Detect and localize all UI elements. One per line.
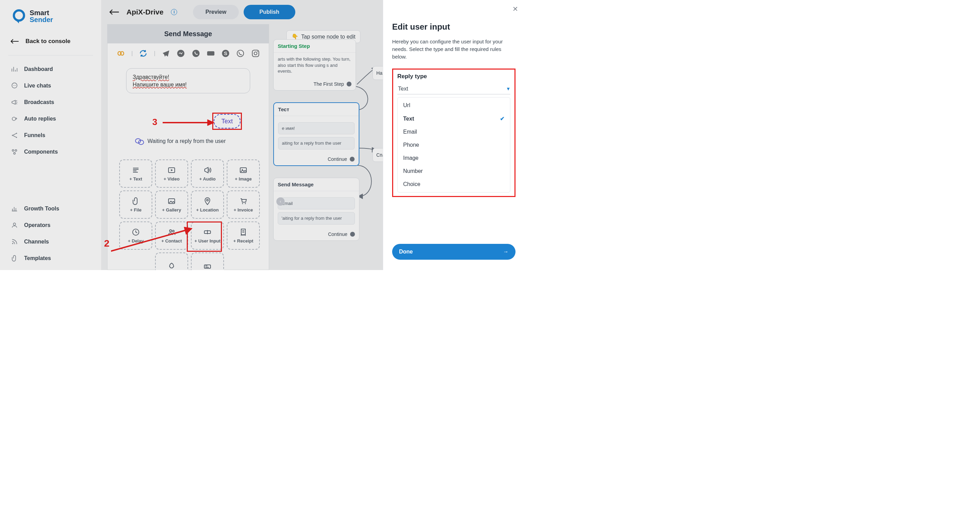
sidebar-item-growth[interactable]: Growth Tools bbox=[0, 200, 101, 217]
card-row: е имя! bbox=[278, 122, 355, 135]
msg-line2: Напишите ваше имя! bbox=[133, 82, 187, 87]
svg-text:S: S bbox=[224, 51, 228, 56]
receipt-icon bbox=[239, 228, 247, 236]
svg-point-9 bbox=[12, 149, 14, 151]
add-gallery-block[interactable]: + Gallery bbox=[155, 191, 188, 219]
option-url[interactable]: Url bbox=[398, 99, 510, 112]
add-file-block[interactable]: + File bbox=[119, 191, 152, 219]
svg-point-33 bbox=[245, 203, 246, 204]
brand-line1: Smart bbox=[30, 9, 53, 16]
card-foot: The First Step bbox=[313, 81, 344, 87]
operator-icon bbox=[11, 222, 18, 229]
whatsapp-icon[interactable] bbox=[236, 49, 245, 58]
refresh-icon[interactable] bbox=[139, 49, 148, 58]
flow-card-starting[interactable]: Starting Step arts with the following st… bbox=[273, 39, 356, 91]
chevron-left-icon[interactable]: ‹ bbox=[276, 197, 285, 206]
skype-icon[interactable]: S bbox=[221, 49, 230, 58]
textbox-icon bbox=[203, 262, 212, 270]
message-bubble[interactable]: Здравствуйте! Напишите ваше имя! bbox=[126, 68, 250, 93]
done-button[interactable]: Done → bbox=[392, 244, 515, 260]
connector-dot[interactable] bbox=[350, 232, 355, 237]
add-image-block[interactable]: + Image bbox=[227, 159, 260, 188]
svg-point-11 bbox=[14, 153, 16, 154]
svg-point-8 bbox=[16, 137, 17, 138]
add-location-block[interactable]: + Location bbox=[191, 191, 224, 219]
modules-icon bbox=[11, 148, 18, 155]
back-arrow-icon[interactable] bbox=[109, 9, 119, 15]
growth-icon bbox=[11, 205, 18, 212]
sidebar-item-funnels[interactable]: Funnels bbox=[0, 127, 101, 144]
viber-icon[interactable] bbox=[192, 49, 200, 58]
option-text[interactable]: Text✔ bbox=[398, 112, 510, 126]
svg-rect-39 bbox=[204, 265, 210, 268]
sidebar-item-livechats[interactable]: Live chats bbox=[0, 78, 101, 94]
option-email[interactable]: Email bbox=[398, 126, 510, 138]
svg-point-32 bbox=[242, 203, 243, 204]
card-header: Тест bbox=[274, 103, 359, 116]
annotation-2: 2 bbox=[104, 238, 110, 249]
svg-point-19 bbox=[237, 50, 244, 57]
close-panel-button[interactable]: ✕ bbox=[512, 5, 518, 13]
option-number[interactable]: Number bbox=[398, 165, 510, 178]
nav-secondary: Growth Tools Operators Channels Template… bbox=[0, 197, 101, 270]
svg-point-13 bbox=[12, 243, 13, 244]
nav-label: Operators bbox=[24, 222, 50, 228]
chat-icon bbox=[11, 82, 18, 89]
card-row: 'aiting for a reply from the user bbox=[278, 212, 355, 224]
vk-icon[interactable] bbox=[207, 49, 215, 58]
flow-card-test[interactable]: Тест е имя! aiting for a reply from the … bbox=[273, 102, 360, 166]
brand-icon bbox=[12, 9, 26, 24]
sidebar-item-components[interactable]: Components bbox=[0, 144, 101, 160]
clip-icon bbox=[132, 197, 140, 205]
instagram-icon[interactable] bbox=[251, 49, 260, 58]
add-invoice-block[interactable]: + Invoice bbox=[227, 191, 260, 219]
connector-dot[interactable] bbox=[350, 157, 355, 162]
option-image[interactable]: Image bbox=[398, 151, 510, 165]
preview-button[interactable]: Preview bbox=[193, 5, 239, 19]
reply-type-block: Reply type Text ▾ Url Text✔ Email Phone … bbox=[392, 68, 515, 197]
add-audio-block[interactable]: + Audio bbox=[191, 159, 224, 188]
reply-type-select[interactable]: Text ▾ bbox=[397, 83, 510, 94]
publish-button[interactable]: Publish bbox=[243, 5, 295, 19]
annotation-3: 3 bbox=[152, 117, 157, 127]
add-receipt-block[interactable]: + Receipt bbox=[227, 221, 260, 250]
messenger-icon[interactable] bbox=[177, 49, 185, 58]
info-icon[interactable]: i bbox=[171, 9, 177, 15]
nav-label: Channels bbox=[24, 239, 49, 245]
svg-rect-16 bbox=[207, 51, 214, 56]
cart-icon bbox=[239, 197, 247, 205]
svg-point-12 bbox=[13, 223, 16, 225]
add-video-block[interactable]: + Video bbox=[155, 159, 188, 188]
infinity-icon[interactable] bbox=[116, 49, 125, 58]
telegram-icon[interactable] bbox=[162, 49, 170, 58]
connector-dot[interactable] bbox=[347, 82, 352, 86]
sidebar-item-dashboard[interactable]: Dashboard bbox=[0, 61, 101, 78]
panel-desc: Hereby you can configure the user input … bbox=[392, 38, 515, 60]
waiting-label: Waiting for a reply from the user bbox=[135, 137, 226, 145]
svg-point-10 bbox=[15, 149, 17, 151]
svg-line-40 bbox=[111, 230, 185, 251]
sidebar-item-operators[interactable]: Operators bbox=[0, 217, 101, 234]
flow-card-sendmessage[interactable]: Send Message ‹ Email 'aiting for a reply… bbox=[273, 178, 360, 241]
card-body: arts with the following step. You turn, … bbox=[274, 53, 356, 78]
svg-point-5 bbox=[12, 117, 16, 121]
card-foot: Continue bbox=[328, 156, 347, 162]
sidebar-item-templates[interactable]: Templates bbox=[0, 250, 101, 267]
flow-title: ApiX-Drive bbox=[126, 8, 163, 16]
svg-point-15 bbox=[192, 49, 199, 57]
add-text-block[interactable]: + Text bbox=[119, 159, 152, 188]
card-header: Starting Step bbox=[274, 40, 356, 53]
sidebar-item-autoreplies[interactable]: Auto replies bbox=[0, 111, 101, 127]
edit-user-input-panel: ✕ Edit user input Hereby you can configu… bbox=[383, 0, 525, 270]
svg-point-21 bbox=[254, 52, 257, 55]
arrow-3 bbox=[163, 118, 214, 128]
sidebar-item-broadcasts[interactable]: Broadcasts bbox=[0, 94, 101, 111]
option-choice[interactable]: Choice bbox=[398, 178, 510, 191]
extra-block-2[interactable] bbox=[191, 253, 224, 270]
pin-icon bbox=[203, 197, 212, 205]
reply-type-options: Url Text✔ Email Phone Image Number Choic… bbox=[397, 97, 510, 192]
chat-bubbles-icon bbox=[135, 137, 144, 145]
option-phone[interactable]: Phone bbox=[398, 138, 510, 151]
sidebar-item-channels[interactable]: Channels bbox=[0, 234, 101, 250]
back-to-console[interactable]: Back to console bbox=[0, 30, 101, 53]
